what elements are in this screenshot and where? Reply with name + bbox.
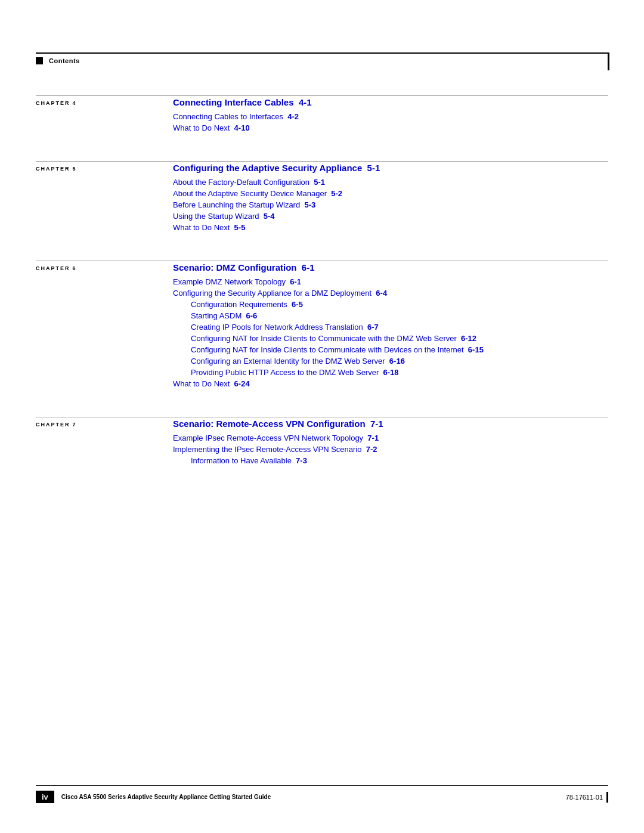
chapter-word-ch7: CHAPTER	[36, 422, 70, 428]
entry-ch5-3[interactable]: Using the Startup Wizard 5-4	[173, 212, 608, 221]
entry-ch6-7[interactable]: Configuring an External Identity for the…	[191, 357, 608, 366]
chapter-word-ch6: CHAPTER	[36, 265, 70, 271]
entry-ch5-2[interactable]: Before Launching the Startup Wizard 5-3	[173, 200, 608, 209]
footer-content: iv Cisco ASA 5500 Series Adaptive Securi…	[0, 791, 644, 803]
chapter-number-ch6: 6	[72, 265, 76, 271]
chapter-content-col-ch6: Scenario: DMZ Configuration 6-1Example D…	[173, 261, 608, 391]
chapter-label-col-ch4: CHAPTER 4	[36, 95, 173, 135]
entry-ch6-1[interactable]: Configuring the Security Appliance for a…	[173, 289, 608, 298]
footer-divider	[36, 785, 608, 786]
footer-right: 78-17611-01	[566, 792, 608, 803]
footer: iv Cisco ASA 5500 Series Adaptive Securi…	[0, 785, 644, 803]
chapters-area: CHAPTER 4Connecting Interface Cables 4-1…	[36, 95, 608, 494]
chapter-block-ch5: CHAPTER 5Configuring the Adaptive Securi…	[36, 161, 608, 234]
chapter-block-ch7: CHAPTER 7Scenario: Remote-Access VPN Con…	[36, 417, 608, 467]
chapter-number-ch7: 7	[72, 422, 76, 428]
chapter-word-ch4: CHAPTER	[36, 100, 70, 106]
chapter-label-text-ch7: CHAPTER 7	[36, 419, 76, 428]
entry-ch6-0[interactable]: Example DMZ Network Topology 6-1	[173, 277, 608, 286]
footer-doc-number: 78-17611-01	[566, 794, 603, 801]
chapter-number-ch5: 5	[72, 166, 76, 172]
entry-ch5-4[interactable]: What to Do Next 5-5	[173, 223, 608, 232]
entry-ch5-1[interactable]: About the Adaptive Security Device Manag…	[173, 189, 608, 198]
chapter-block-ch4: CHAPTER 4Connecting Interface Cables 4-1…	[36, 95, 608, 135]
entry-ch5-0[interactable]: About the Factory-Default Configuration …	[173, 178, 608, 187]
entry-num-ch7-1: 7-2	[366, 445, 377, 454]
entry-num-ch6-5: 6-12	[461, 334, 476, 343]
chapter-word-ch5: CHAPTER	[36, 166, 70, 172]
right-bar-decoration	[608, 52, 609, 70]
chapter-title-num-ch5: 5-1	[367, 163, 380, 173]
entry-num-ch6-4: 6-7	[367, 323, 379, 332]
chapter-title-num-ch7: 7-1	[370, 419, 383, 429]
entry-num-ch4-0: 4-2	[287, 112, 299, 121]
entry-num-ch5-3: 5-4	[264, 212, 275, 221]
header-bar: Contents	[36, 52, 608, 64]
entry-ch7-1[interactable]: Implementing the IPsec Remote-Access VPN…	[173, 445, 608, 454]
chapter-content-col-ch7: Scenario: Remote-Access VPN Configuratio…	[173, 417, 608, 467]
chapter-label-text-ch6: CHAPTER 6	[36, 262, 76, 272]
chapter-label-col-ch6: CHAPTER 6	[36, 261, 173, 391]
entry-ch4-1[interactable]: What to Do Next 4-10	[173, 123, 608, 132]
entry-num-ch5-2: 5-3	[304, 200, 315, 209]
entry-ch7-2[interactable]: Information to Have Available 7-3	[191, 456, 608, 465]
header-square-icon	[36, 57, 43, 64]
chapter-label-col-ch5: CHAPTER 5	[36, 161, 173, 234]
entry-num-ch6-3: 6-6	[246, 311, 257, 320]
footer-right-bar-icon	[606, 792, 608, 803]
entry-num-ch5-1: 5-2	[331, 189, 342, 198]
entry-num-ch4-1: 4-10	[234, 123, 250, 132]
chapter-content-col-ch4: Connecting Interface Cables 4-1Connectin…	[173, 95, 608, 135]
entry-num-ch6-6: 6-15	[468, 345, 484, 354]
entry-ch6-5[interactable]: Configuring NAT for Inside Clients to Co…	[191, 334, 608, 343]
page-container: Contents CHAPTER 4Connecting Interface C…	[0, 0, 644, 833]
chapter-title-ch7[interactable]: Scenario: Remote-Access VPN Configuratio…	[173, 419, 608, 429]
entry-num-ch6-0: 6-1	[290, 277, 301, 286]
entry-ch6-4[interactable]: Creating IP Pools for Network Address Tr…	[191, 323, 608, 332]
chapter-title-num-ch6: 6-1	[302, 262, 315, 272]
entry-num-ch7-2: 7-3	[296, 456, 307, 465]
chapter-title-ch6[interactable]: Scenario: DMZ Configuration 6-1	[173, 262, 608, 272]
footer-doc-title: Cisco ASA 5500 Series Adaptive Security …	[61, 794, 271, 800]
entry-ch6-2[interactable]: Configuration Requirements 6-5	[191, 300, 608, 309]
entry-num-ch7-0: 7-1	[367, 433, 379, 442]
chapter-title-ch4[interactable]: Connecting Interface Cables 4-1	[173, 97, 608, 107]
footer-page-number: iv	[36, 791, 54, 803]
chapter-label-col-ch7: CHAPTER 7	[36, 417, 173, 467]
entry-num-ch6-9: 6-24	[234, 379, 250, 388]
entry-num-ch6-8: 6-18	[383, 368, 398, 377]
entry-num-ch5-0: 5-1	[314, 178, 325, 187]
chapter-content-col-ch5: Configuring the Adaptive Security Applia…	[173, 161, 608, 234]
entry-num-ch6-7: 6-16	[389, 357, 405, 366]
chapter-title-ch5[interactable]: Configuring the Adaptive Security Applia…	[173, 163, 608, 173]
entry-ch7-0[interactable]: Example IPsec Remote-Access VPN Network …	[173, 433, 608, 442]
footer-left: iv Cisco ASA 5500 Series Adaptive Securi…	[36, 791, 271, 803]
chapter-number-ch4: 4	[72, 100, 76, 106]
chapter-title-num-ch4: 4-1	[299, 97, 312, 107]
entry-num-ch6-2: 6-5	[292, 300, 303, 309]
entry-ch4-0[interactable]: Connecting Cables to Interfaces 4-2	[173, 112, 608, 121]
chapter-label-text-ch4: CHAPTER 4	[36, 97, 76, 107]
header-label: Contents	[49, 57, 80, 64]
entry-ch6-8[interactable]: Providing Public HTTP Access to the DMZ …	[191, 368, 608, 377]
entry-ch6-3[interactable]: Starting ASDM 6-6	[191, 311, 608, 320]
chapter-label-text-ch5: CHAPTER 5	[36, 163, 76, 172]
entry-ch6-9[interactable]: What to Do Next 6-24	[173, 379, 608, 388]
entry-ch6-6[interactable]: Configuring NAT for Inside Clients to Co…	[191, 345, 608, 354]
chapter-block-ch6: CHAPTER 6Scenario: DMZ Configuration 6-1…	[36, 261, 608, 391]
entry-num-ch6-1: 6-4	[376, 289, 387, 298]
entry-num-ch5-4: 5-5	[234, 223, 246, 232]
